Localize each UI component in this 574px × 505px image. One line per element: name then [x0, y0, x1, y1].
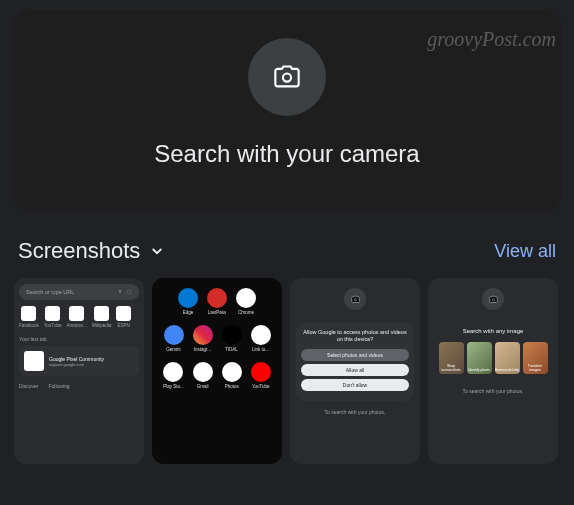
camera-icon [273, 63, 301, 91]
hero-title: Search with your camera [154, 140, 419, 168]
mini-category-tile: Translate images [523, 342, 548, 374]
svg-rect-1 [120, 290, 121, 293]
svg-point-0 [283, 74, 291, 82]
mini-app-icon: Chrome [236, 288, 256, 315]
screenshot-thumb-4[interactable]: Search with any image Shop screenshotsId… [428, 278, 558, 464]
mini-site-icon: ESPN [116, 306, 131, 328]
mini-category-tile: Homework help [495, 342, 520, 374]
screenshot-thumb-1[interactable]: Search or type URL FacebookYouTubeAmazon… [14, 278, 144, 464]
screenshot-row: Search or type URL FacebookYouTubeAmazon… [0, 278, 574, 464]
last-tab-card: Google Pixel Communitysupport.google.com [19, 346, 139, 376]
mini-app-icon: TIDAL [222, 325, 242, 352]
screenshots-dropdown[interactable]: Screenshots [18, 238, 166, 264]
mini-category-tile: Identify plants [467, 342, 492, 374]
camera-button[interactable] [248, 38, 326, 116]
mini-dialog-button: Don't allow [301, 379, 409, 391]
mini-app-icon: Link to... [251, 325, 271, 352]
mini-site-icon: YouTube [44, 306, 62, 328]
section-header: Screenshots View all [0, 212, 574, 278]
mini-app-icon: LastPass [207, 288, 227, 315]
last-tab-label: Your last tab [19, 336, 139, 342]
mini-app-icon: Instagr... [193, 325, 213, 352]
mini-site-icon: Facebook [19, 306, 39, 328]
mini-app-icon: YouTube [251, 362, 271, 389]
shot3-footer: To search with your photos, [325, 409, 386, 415]
section-title-label: Screenshots [18, 238, 140, 264]
watermark: groovyPost.com [427, 28, 556, 51]
permission-dialog: Allow Google to access photos and videos… [296, 322, 414, 401]
mini-camera-icon [482, 288, 504, 310]
chevron-down-icon [148, 242, 166, 260]
screenshot-thumb-2[interactable]: EdgeLastPassChromeGeminiInstagr...TIDALL… [152, 278, 282, 464]
mini-dialog-button: Select photos and videos [301, 349, 409, 361]
svg-point-4 [492, 298, 494, 300]
mini-dialog-button: Allow all [301, 364, 409, 376]
shot4-footer: To search with your photos, [463, 388, 524, 394]
mini-app-icon: Edge [178, 288, 198, 315]
mini-camera-icon [344, 288, 366, 310]
svg-point-3 [354, 298, 356, 300]
screenshot-thumb-3[interactable]: Allow Google to access photos and videos… [290, 278, 420, 464]
view-all-link[interactable]: View all [494, 241, 556, 262]
mini-category-tile: Shop screenshots [439, 342, 464, 374]
shot4-heading: Search with any image [463, 328, 524, 334]
mini-site-icon: Amazon... [66, 306, 86, 328]
mini-site-icon: Wikipedia [92, 306, 112, 328]
svg-rect-2 [127, 290, 131, 294]
mini-app-icon: Gmail [193, 362, 213, 389]
mini-search-bar: Search or type URL [19, 284, 139, 300]
mini-app-icon: Play Sto... [163, 362, 184, 389]
mini-app-icon: Photos [222, 362, 242, 389]
mini-app-icon: Gemini [164, 325, 184, 352]
